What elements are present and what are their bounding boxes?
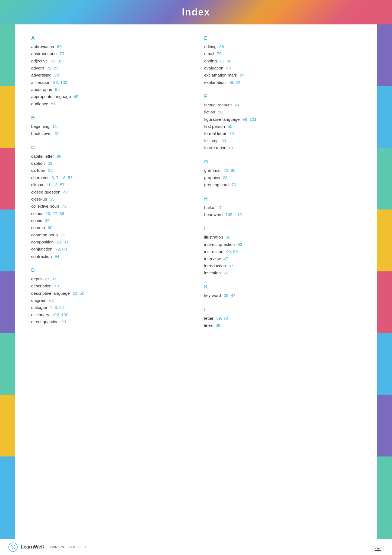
entry-pages: 94 — [54, 86, 60, 93]
entry-pages: 40, 59 — [225, 248, 238, 255]
entry-pages: 93 — [60, 318, 66, 325]
entry-word: colour — [31, 210, 43, 217]
index-entry: editing 58 — [204, 43, 361, 50]
index-entry: climax 11, 13, 57 — [31, 181, 188, 188]
footer-logo: LearnWell ISBN 978-1-990015-68-7 — [8, 542, 86, 552]
section-letter-e: E — [204, 35, 361, 41]
entry-pages: 23, 33 — [43, 275, 56, 283]
index-entry: advertising 30 — [31, 72, 188, 79]
entry-pages: 59, 62 — [227, 79, 240, 86]
entry-word: book cover — [31, 130, 52, 137]
entry-pages: 94 — [53, 253, 59, 260]
index-entry: adjective 72, 82 — [31, 58, 188, 65]
entry-word: introduction — [204, 262, 226, 269]
entry-word: exclamation mark — [204, 72, 237, 79]
footer-page-number: 121 — [372, 546, 384, 552]
entry-pages: 64 — [233, 102, 239, 109]
index-entry: letter 59, 70 — [204, 315, 361, 322]
entry-word: audience — [31, 100, 48, 107]
section-group-d: depth 23, 33description 43descriptive la… — [31, 275, 188, 325]
index-entry: dialogue 7, 8, 54 — [31, 304, 188, 311]
entry-word: beginning — [31, 123, 49, 130]
left-color-strip — [0, 24, 15, 539]
entry-pages: 73 — [59, 231, 65, 239]
entry-pages: 102–109 — [51, 311, 68, 318]
section-group-h: haiku 17headword 105, 110 — [204, 204, 361, 218]
index-entry: common noun 73 — [31, 231, 188, 239]
entry-pages: 23, 33 — [55, 239, 68, 246]
index-entry: explanation 59, 62 — [204, 79, 361, 86]
entry-word: depth — [31, 275, 42, 283]
entry-word: full stop — [204, 137, 219, 144]
index-entry: capital letter 96 — [31, 153, 188, 160]
index-entry: first person 55 — [204, 123, 361, 130]
index-entry: closed question 47 — [31, 189, 188, 196]
entry-pages: 72, 85 — [46, 65, 58, 72]
index-entry: book cover 37 — [31, 130, 188, 137]
index-entry: alliteration 98, 100 — [31, 79, 188, 86]
index-entry: exclamation mark 94 — [204, 72, 361, 79]
entry-pages: 70 — [230, 181, 236, 188]
entry-pages: 105, 110 — [224, 211, 242, 218]
entry-pages: 90 — [47, 224, 53, 231]
index-entry: audience 51 — [31, 100, 188, 107]
entry-pages: 81 — [228, 144, 234, 151]
section-letter-l: L — [204, 307, 361, 313]
index-entry: instruction 40, 59 — [204, 248, 361, 255]
entry-pages: 73 — [61, 203, 67, 210]
entry-word: ending — [204, 58, 217, 65]
entry-pages: 7, 8, 54 — [49, 304, 64, 311]
index-entry: key word 39, 47 — [204, 292, 361, 299]
entry-word: adverb — [31, 65, 44, 72]
entry-word: apostrophe — [31, 86, 52, 93]
index-entry: invitation 70 — [204, 269, 361, 277]
entry-word: indirect question — [204, 241, 235, 248]
index-entry: illustration 38 — [204, 234, 361, 241]
entry-word: headword — [204, 211, 223, 218]
section-letter-h: H — [204, 196, 361, 202]
page-title: Index — [182, 7, 210, 18]
entry-word: dictionary — [31, 311, 49, 318]
entry-word: comic — [31, 217, 42, 224]
entry-pages: 35 — [44, 217, 50, 224]
index-entry: contraction 94 — [31, 253, 188, 260]
entry-pages: 96 — [56, 153, 62, 160]
section-group-i: illustration 38indirect question 93instr… — [204, 234, 361, 277]
entry-word: conjunction — [31, 246, 52, 253]
entry-word: figurative language — [204, 116, 240, 123]
index-entry: cartoon 32 — [31, 167, 188, 174]
index-entry: comma 90 — [31, 224, 188, 231]
index-entry: factual recount 64 — [204, 102, 361, 109]
index-entry: lines 38 — [204, 322, 361, 329]
entry-word: composition — [31, 239, 54, 246]
index-entry: figurative language 98–101 — [204, 116, 361, 123]
section-group-e: editing 58email 70ending 11, 56evaluatio… — [204, 43, 361, 86]
index-entry: headword 105, 110 — [204, 211, 361, 218]
section-letter-d: D — [31, 268, 188, 273]
index-entry: greeting card 70 — [204, 181, 361, 188]
entry-pages: 72, 82 — [49, 58, 62, 65]
left-column: Aabbreviation 89abstract noun 73adjectiv… — [31, 35, 188, 331]
entry-pages: 72–88 — [223, 167, 235, 174]
entry-pages: 37 — [53, 130, 59, 137]
entry-word: lines — [204, 322, 213, 329]
entry-pages: 70 — [222, 269, 228, 277]
learnwell-icon — [8, 542, 18, 552]
entry-word: abbreviation — [31, 43, 54, 50]
index-entry: description 43 — [31, 283, 188, 290]
entry-word: letter — [204, 315, 213, 322]
index-entry: introduction 67 — [204, 262, 361, 269]
entry-pages: 33 — [46, 160, 52, 167]
entry-pages: 23, 27, 38 — [44, 210, 64, 217]
entry-pages: 98, 100 — [52, 79, 67, 86]
index-entry: fiction 50 — [204, 109, 361, 116]
index-entry: depth 23, 33 — [31, 275, 188, 283]
entry-pages: 17 — [216, 204, 222, 211]
entry-pages: 10, 50 — [71, 290, 84, 297]
main-content: Aabbreviation 89abstract noun 73adjectiv… — [15, 24, 377, 539]
entry-word: abstract noun — [31, 50, 57, 57]
entry-word: invitation — [204, 269, 221, 277]
svg-point-1 — [12, 547, 14, 548]
entry-word: advertising — [31, 72, 52, 79]
section-letter-c: C — [31, 145, 188, 151]
